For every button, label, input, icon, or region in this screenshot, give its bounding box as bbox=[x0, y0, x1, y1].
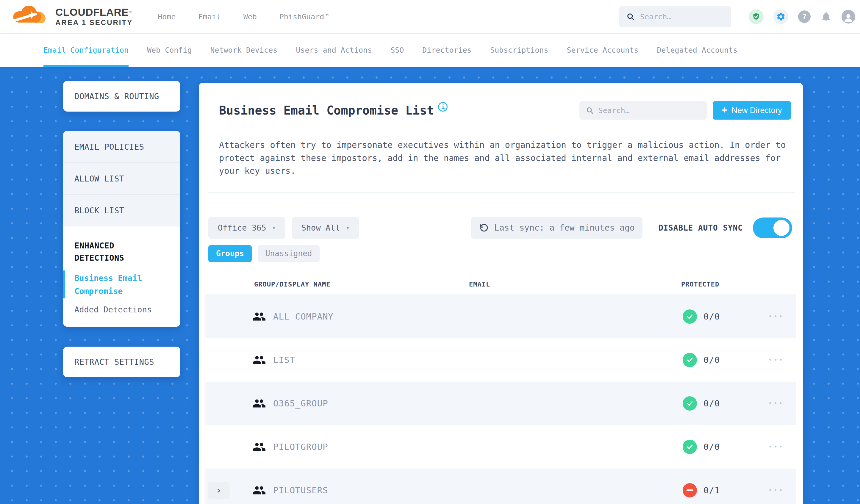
global-search-input[interactable] bbox=[640, 12, 724, 21]
new-directory-button[interactable]: + New Directory bbox=[713, 101, 791, 120]
top-right-controls: ? bbox=[619, 6, 855, 27]
top-nav: Home Email Web PhishGuard™ bbox=[158, 13, 329, 21]
nav-web[interactable]: Web bbox=[243, 13, 257, 21]
view-tabs: Groups Unassigned bbox=[208, 245, 803, 262]
group-icon bbox=[252, 353, 266, 367]
auto-sync-toggle[interactable] bbox=[753, 217, 792, 238]
directory-search[interactable] bbox=[579, 101, 707, 120]
active-item-indicator bbox=[63, 271, 65, 299]
page-title: Business Email Compromise List bbox=[219, 103, 434, 117]
sidebar-item-business-email-compromise[interactable]: Business Email Compromise bbox=[74, 272, 169, 298]
table-row: › PILOTUSERS 0/1 ••• bbox=[205, 469, 796, 504]
new-directory-label: New Directory bbox=[731, 106, 782, 115]
protected-count: 0/0 bbox=[703, 312, 720, 322]
nav-email[interactable]: Email bbox=[198, 13, 220, 21]
settings-button[interactable] bbox=[773, 9, 788, 24]
table-row: PILOTGROUP 0/0 ••• bbox=[205, 425, 796, 469]
groups-table: GROUP/DISPLAY NAME EMAIL PROTECTED ALL C… bbox=[205, 278, 796, 504]
registered-mark: ® bbox=[129, 10, 132, 14]
title-row: Business Email Compromise List i + New D… bbox=[199, 83, 803, 120]
not-protected-status-icon bbox=[683, 483, 697, 498]
tab-service-accounts[interactable]: Service Accounts bbox=[567, 34, 639, 67]
expand-row-button[interactable]: › bbox=[208, 482, 230, 499]
row-menu-icon[interactable]: ••• bbox=[768, 357, 784, 363]
visibility-select[interactable]: Show All ▾ bbox=[292, 217, 359, 239]
brand-text: CLOUDFLARE® AREA 1 SECURITY bbox=[55, 7, 133, 27]
filters-row: Office 365 ▾ Show All ▾ Last sync: a few… bbox=[208, 217, 792, 239]
last-sync-label: Last sync: a few minutes ago bbox=[494, 223, 635, 233]
sidebar-item-allow-list[interactable]: ALLOW LIST bbox=[63, 163, 180, 195]
info-icon[interactable]: i bbox=[438, 102, 447, 112]
protected-count: 0/0 bbox=[703, 442, 720, 452]
toggle-knob bbox=[773, 220, 789, 236]
brand-name: CLOUDFLARE® bbox=[55, 7, 133, 17]
tab-network-devices[interactable]: Network Devices bbox=[210, 34, 278, 67]
tab-sso[interactable]: SSO bbox=[390, 34, 404, 67]
tab-directories[interactable]: Directories bbox=[422, 34, 472, 67]
page-description: Attackers often try to impersonate execu… bbox=[219, 139, 793, 178]
tab-delegated-accounts[interactable]: Delegated Accounts bbox=[657, 34, 737, 67]
column-email: EMAIL bbox=[469, 280, 490, 288]
column-group-display-name: GROUP/DISPLAY NAME bbox=[254, 280, 330, 288]
user-avatar[interactable] bbox=[842, 10, 855, 24]
nav-phishguard[interactable]: PhishGuard™ bbox=[280, 13, 329, 21]
tab-email-configuration[interactable]: Email Configuration bbox=[43, 34, 129, 67]
visibility-select-value: Show All bbox=[301, 223, 340, 232]
row-menu-icon[interactable]: ••• bbox=[768, 487, 784, 494]
row-menu-icon[interactable]: ••• bbox=[768, 400, 784, 407]
gear-icon bbox=[776, 12, 786, 21]
person-icon bbox=[843, 12, 854, 24]
search-icon bbox=[627, 13, 635, 21]
view-tab-unassigned[interactable]: Unassigned bbox=[258, 245, 320, 262]
protected-status-icon bbox=[683, 396, 697, 411]
brand-subtitle: AREA 1 SECURITY bbox=[55, 18, 133, 27]
security-status-button[interactable] bbox=[749, 9, 763, 24]
table-row: ALL COMPANY 0/0 ••• bbox=[205, 295, 796, 338]
content-area: DOMAINS & ROUTING EMAIL POLICIES ALLOW L… bbox=[0, 67, 860, 504]
protected-count: 0/1 bbox=[703, 485, 720, 495]
last-sync-button[interactable]: Last sync: a few minutes ago bbox=[471, 217, 643, 239]
protected-count: 0/0 bbox=[703, 355, 720, 365]
nav-home[interactable]: Home bbox=[158, 13, 175, 21]
protected-status-icon bbox=[683, 440, 697, 454]
help-button[interactable]: ? bbox=[798, 11, 811, 23]
question-icon: ? bbox=[802, 13, 806, 21]
group-icon bbox=[252, 397, 266, 410]
notifications-bell-icon[interactable] bbox=[820, 11, 832, 22]
group-name: O365_GROUP bbox=[273, 398, 328, 408]
plus-icon: + bbox=[722, 104, 728, 116]
tab-users-and-actions[interactable]: Users and Actions bbox=[296, 34, 372, 67]
sidebar-item-enhanced-detections[interactable]: ENHANCED DETECTIONS bbox=[74, 240, 169, 264]
refresh-icon bbox=[479, 223, 489, 233]
sidebar-item-added-detections[interactable]: Added Detections bbox=[74, 305, 169, 314]
directory-search-input[interactable] bbox=[598, 106, 700, 115]
group-icon bbox=[252, 440, 266, 454]
cloudflare-cloud-icon bbox=[11, 3, 51, 30]
minus-icon bbox=[687, 489, 693, 491]
row-menu-icon[interactable]: ••• bbox=[768, 443, 784, 450]
sidebar-item-domains-routing[interactable]: DOMAINS & ROUTING bbox=[63, 81, 180, 112]
row-menu-icon[interactable]: ••• bbox=[768, 313, 784, 320]
protected-status-icon bbox=[683, 353, 697, 367]
sidebar-policies-card: EMAIL POLICIES ALLOW LIST BLOCK LIST ENH… bbox=[63, 131, 180, 327]
sidebar-item-retract-settings[interactable]: RETRACT SETTINGS bbox=[63, 347, 180, 377]
shield-check-icon bbox=[752, 12, 761, 21]
view-tab-groups[interactable]: Groups bbox=[208, 245, 252, 262]
cloudflare-logo[interactable]: CLOUDFLARE® AREA 1 SECURITY bbox=[11, 3, 133, 30]
sidebar: DOMAINS & ROUTING EMAIL POLICIES ALLOW L… bbox=[63, 81, 180, 377]
main-panel: Business Email Compromise List i + New D… bbox=[199, 83, 803, 504]
group-icon bbox=[252, 484, 266, 497]
sidebar-item-email-policies[interactable]: EMAIL POLICIES bbox=[63, 131, 180, 163]
tab-subscriptions[interactable]: Subscriptions bbox=[490, 34, 548, 67]
tab-web-config[interactable]: Web Config bbox=[147, 34, 192, 67]
directory-select[interactable]: Office 365 ▾ bbox=[208, 217, 285, 239]
sidebar-item-block-list[interactable]: BLOCK LIST bbox=[63, 195, 180, 227]
section-tabs: Email Configuration Web Config Network D… bbox=[0, 34, 860, 67]
table-header: GROUP/DISPLAY NAME EMAIL PROTECTED bbox=[205, 278, 796, 295]
table-row: O365_GROUP 0/0 ••• bbox=[205, 382, 796, 425]
top-bar: CLOUDFLARE® AREA 1 SECURITY Home Email W… bbox=[0, 0, 860, 34]
chevron-down-icon: ▾ bbox=[272, 224, 276, 231]
directory-select-value: Office 365 bbox=[218, 223, 266, 232]
section-divider bbox=[208, 192, 795, 193]
global-search[interactable] bbox=[619, 6, 731, 27]
